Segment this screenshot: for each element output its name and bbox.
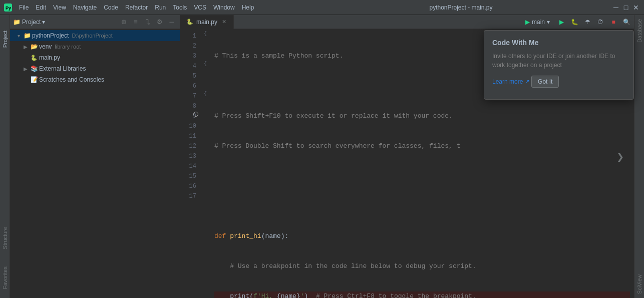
sidebar-project-icon[interactable]: Project — [0, 17, 10, 57]
profile-button[interactable]: ⏱ — [595, 17, 606, 28]
expand-right-button[interactable]: ❯ — [616, 151, 624, 162]
minimize-button[interactable]: ─ — [612, 4, 620, 12]
editor-tabs-right: ▶ main ▾ ▶ 🐛 ☂ ⏱ ■ 🔍 — [521, 17, 634, 28]
popup-learn-more-link[interactable]: Learn more ↗ — [492, 78, 530, 85]
project-dropdown-arrow[interactable]: ▾ — [42, 19, 45, 26]
code-comment-3: # Press Shift+F10 to execute it or repla… — [214, 111, 453, 121]
collapse-all-button[interactable]: ≡ — [131, 17, 141, 27]
code-line-8: # Use a breakpoint in the code line belo… — [214, 261, 630, 271]
gutter-14 — [200, 159, 210, 169]
line-num-3: 3 — [180, 51, 196, 61]
code-paren-open: ( — [261, 231, 265, 241]
project-toolbar: 📁 Project ▾ ⊕ ≡ ⇅ ⚙ ─ — [10, 15, 180, 29]
editor-tabs-bar: 🐍 main.py ✕ ▶ main ▾ ▶ 🐛 ☂ ⏱ ■ 🔍 — [180, 15, 634, 29]
expand-button[interactable]: ⇅ — [143, 17, 153, 27]
tree-item-pythonproject[interactable]: ▾ 📁 pythonProject D:\pythonProject — [10, 30, 180, 41]
gutter-9 — [200, 109, 210, 119]
menu-tools[interactable]: Tools — [170, 3, 190, 12]
close-button[interactable]: ✕ — [632, 4, 640, 12]
right-sidebar: Database SciView — [634, 15, 644, 298]
locate-button[interactable]: ⊕ — [119, 17, 129, 27]
line-num-10: 10 — [180, 121, 196, 131]
search-button[interactable]: 🔍 — [621, 17, 632, 28]
right-sidebar-sciview[interactable]: SciView — [635, 270, 643, 298]
close-panel-button[interactable]: ─ — [167, 17, 177, 27]
gutter-6 — [200, 79, 210, 89]
tree-item-venv[interactable]: ▶ 📂 venv library root — [10, 41, 180, 52]
fold-icon-7[interactable]: { — [204, 89, 207, 99]
fold-icon-4[interactable]: { — [204, 59, 207, 69]
menu-vcs[interactable]: VCS — [191, 3, 209, 12]
code-line-6 — [214, 201, 630, 211]
code-comment-8: # Use a breakpoint in the code line belo… — [230, 261, 476, 271]
code-paren-close: ): — [281, 231, 289, 241]
line-num-16: 16 — [180, 181, 196, 191]
tree-arrow-venv[interactable]: ▶ — [22, 43, 29, 50]
tree-arrow-pythonproject[interactable]: ▾ — [15, 32, 22, 39]
run-button[interactable]: ▶ — [556, 17, 567, 28]
gutter-17 — [200, 189, 210, 199]
tree-item-scratches[interactable]: 📝 Scratches and Consoles — [10, 74, 180, 85]
tree-label-secondary-pythonproject: D:\pythonProject — [72, 33, 112, 39]
code-paren-9: ( — [249, 291, 253, 298]
project-panel-title[interactable]: 📁 Project ▾ — [13, 19, 117, 26]
fold-icon-1[interactable]: { — [204, 29, 207, 39]
code-comment-9: # Press Ctrl+F8 to toggle the breakpoint… — [316, 291, 476, 298]
line-numbers: 1 2 3 4 5 6 7 8 9 10 11 12 13 14 15 16 1… — [180, 29, 200, 298]
tree-label-mainpy: main.py — [39, 54, 60, 61]
folder-icon: 📁 — [13, 19, 21, 26]
code-line-4: # Press Double Shift to search everywher… — [214, 141, 630, 151]
window-controls: ─ □ ✕ — [612, 4, 640, 12]
menu-view[interactable]: View — [50, 3, 69, 12]
code-with-me-popup: Code With Me Invite others to your IDE o… — [484, 30, 634, 100]
line-num-17: 17 — [180, 191, 196, 201]
popup-got-it-button[interactable]: Got It — [531, 76, 559, 88]
tab-mainpy[interactable]: 🐍 main.py ✕ — [180, 15, 234, 29]
menu-code[interactable]: Code — [101, 3, 121, 12]
tab-close-mainpy[interactable]: ✕ — [220, 19, 227, 26]
menu-edit[interactable]: Edit — [33, 3, 49, 12]
sidebar-structure-icon[interactable]: Structure — [0, 218, 10, 258]
code-comment-1: # This is a sample Python script. — [214, 51, 343, 61]
line-num-15: 15 — [180, 171, 196, 181]
project-tree: ▾ 📁 pythonProject D:\pythonProject ▶ 📂 v… — [10, 29, 180, 298]
code-fstring-brace-open: { — [277, 291, 281, 298]
scratches-icon: 📝 — [30, 76, 38, 84]
editor-area: 🐍 main.py ✕ ▶ main ▾ ▶ 🐛 ☂ ⏱ ■ 🔍 — [180, 15, 634, 298]
code-fstring-brace-close: } — [296, 291, 300, 298]
menu-file[interactable]: File — [16, 3, 32, 12]
maximize-button[interactable]: □ — [622, 4, 630, 12]
coverage-button[interactable]: ☂ — [582, 17, 593, 28]
menu-refactor[interactable]: Refactor — [122, 3, 151, 12]
run-config-dropdown[interactable]: ▶ main ▾ — [521, 18, 554, 27]
tree-item-external-libs[interactable]: ▶ 📚 External Libraries — [10, 63, 180, 74]
gutter-10 — [200, 119, 210, 129]
tree-item-mainpy[interactable]: 🐍 main.py — [10, 52, 180, 63]
breakpoint-marker-9 — [193, 112, 198, 117]
code-paren-9-close: ) — [304, 291, 316, 298]
tab-icon-mainpy: 🐍 — [186, 19, 193, 25]
code-fstring-end: ' — [300, 291, 304, 298]
menu-run[interactable]: Run — [152, 3, 169, 12]
settings-button[interactable]: ⚙ — [155, 17, 165, 27]
line-num-13: 13 — [180, 151, 196, 161]
menu-help[interactable]: Help — [239, 3, 257, 12]
project-folder-icon: 📁 — [23, 32, 31, 40]
run-config-icon: ▶ — [525, 19, 530, 26]
line-num-7: 7 — [180, 91, 196, 101]
stop-button[interactable]: ■ — [608, 17, 619, 28]
gutter-12 — [200, 139, 210, 149]
gutter-13 — [200, 149, 210, 159]
tree-label-scratches: Scratches and Consoles — [39, 76, 104, 83]
venv-folder-icon: 📂 — [30, 43, 38, 51]
sidebar-favorites-icon[interactable]: Favorites — [0, 258, 10, 298]
menu-navigate[interactable]: Navigate — [70, 3, 100, 12]
menu-window[interactable]: Window — [210, 3, 238, 12]
tree-arrow-ext[interactable]: ▶ — [22, 65, 29, 72]
svg-text:Py: Py — [6, 6, 11, 11]
title-bar: Py // Will be rendered by template below… — [0, 0, 644, 15]
debug-button[interactable]: 🐛 — [569, 17, 580, 28]
code-param: name — [265, 231, 280, 241]
line-num-12: 12 — [180, 141, 196, 151]
right-sidebar-database[interactable]: Database — [635, 15, 643, 47]
